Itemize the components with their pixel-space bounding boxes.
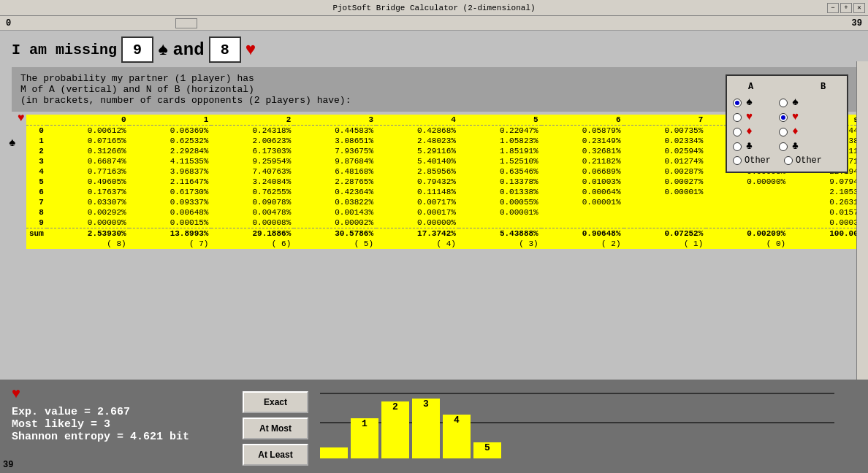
header-prefix: I am missing: [12, 42, 117, 58]
suit-row-club: ♣ ♣: [733, 140, 841, 153]
exp-value-text: Exp. value = 2.667: [12, 406, 231, 418]
scroll-thumb[interactable]: [175, 18, 197, 28]
scroll-left-num: 0: [6, 18, 11, 28]
entropy-text: Shannon entropy = 4.621 bit: [12, 431, 231, 443]
suit-b-icon: ♥: [245, 40, 256, 60]
radio-b-spade[interactable]: [779, 99, 788, 107]
radio-a-diamond[interactable]: [733, 128, 742, 136]
card-b-input[interactable]: 8: [209, 36, 241, 63]
window-title: PjotSoft Bridge Calculator (2-dimensiona…: [332, 4, 535, 12]
radio-a-heart[interactable]: [733, 113, 742, 122]
bottom-left-number: 39: [3, 460, 13, 470]
exact-button[interactable]: Exact: [243, 391, 308, 413]
chart-area: 1 2 3 4 5: [320, 385, 856, 466]
suit-row-diamond: ♦ ♦: [733, 126, 841, 138]
card-selector-box: A B ♠ ♠ ♥ ♥ ♦ ♦: [726, 74, 848, 173]
description-line2: M of A (vertical) and N of B (horizontal…: [20, 84, 848, 95]
club-icon-b: ♣: [792, 140, 799, 153]
club-icon-a: ♣: [746, 140, 753, 153]
spade-icon-b: ♠: [792, 96, 799, 109]
table-row: 80.00292%0.00648%0.00478%0.00143%0.00017…: [26, 207, 868, 218]
radio-a-club[interactable]: [733, 142, 742, 151]
table-row: 50.49605%2.11647%3.24084%2.28765%0.79432…: [26, 177, 868, 187]
card-a-input[interactable]: 9: [121, 36, 153, 63]
heart-icon-b: ♥: [792, 111, 799, 123]
suit-row-spade: ♠ ♠: [733, 96, 841, 109]
heart-suit-header: ♥: [18, 112, 25, 125]
most-likely-text: Most likely = 3: [12, 418, 231, 431]
radio-b-diamond[interactable]: [779, 128, 788, 136]
chart-bar-1: 1: [351, 418, 378, 458]
radio-a-other[interactable]: [733, 156, 742, 165]
spade-icon-a: ♠: [746, 96, 753, 109]
other-label-a: Other: [745, 155, 771, 166]
col-b-label: B: [821, 82, 826, 92]
scroll-right-num: 39: [852, 18, 862, 28]
radio-b-other[interactable]: [784, 156, 793, 165]
table-row: 60.17637%0.61730%0.76255%0.42364%0.11148…: [26, 187, 868, 197]
table-sum-row: sum2.53930%13.8993%29.1886%30.5786%17.37…: [26, 228, 868, 239]
bottom-panel: ♥ Exp. value = 2.667 Most likely = 3 Sha…: [0, 380, 868, 473]
top-scrollbar[interactable]: 0 39: [0, 16, 868, 31]
diamond-icon-b: ♦: [792, 126, 799, 138]
table-brackets-row: ( 8)( 7)( 6)( 5)( 4)( 3)( 2)( 1)( 0): [26, 239, 868, 249]
radio-a-spade[interactable]: [733, 99, 742, 107]
suit-row-heart: ♥ ♥: [733, 111, 841, 123]
radio-b-club[interactable]: [779, 142, 788, 151]
and-text: and: [172, 40, 204, 60]
bottom-heart-icon: ♥: [12, 385, 20, 402]
chart-bar-0: [320, 447, 348, 458]
title-bar: PjotSoft Bridge Calculator (2-dimensiona…: [0, 0, 868, 16]
description-line3: (in brackets, number of cards opponents …: [20, 95, 848, 106]
heart-icon-a: ♥: [746, 111, 753, 123]
card-selector-panel: A B ♠ ♠ ♥ ♥ ♦ ♦: [726, 74, 853, 173]
radio-b-heart[interactable]: [779, 113, 788, 122]
at-least-button[interactable]: At Least: [243, 444, 308, 466]
minimize-button[interactable]: −: [827, 3, 839, 13]
col-a-label: A: [748, 82, 753, 92]
chart-bar-3: 3: [412, 399, 440, 458]
maximize-button[interactable]: +: [840, 3, 852, 13]
at-most-button[interactable]: At Most: [243, 418, 308, 439]
chart-bars: 1 2 3 4 5: [320, 393, 501, 458]
right-scrollbar[interactable]: [856, 61, 868, 380]
table-row: 70.03307%0.09337%0.09078%0.03822%0.00717…: [26, 197, 868, 207]
chart-bar-4: 4: [443, 415, 471, 458]
diamond-icon-a: ♦: [746, 126, 753, 138]
description-line1: The probability my partner (1 player) ha…: [20, 73, 848, 84]
missing-cards-header: I am missing 9 ♠ and 8 ♥: [6, 34, 862, 66]
table-row: 90.00009%0.00015%0.00008%0.00002%0.00000…: [26, 218, 868, 228]
other-label-b: Other: [796, 155, 822, 166]
close-button[interactable]: ✕: [853, 3, 865, 13]
chart-bar-5: 5: [473, 442, 501, 458]
chart-bar-2: 2: [381, 401, 409, 458]
spade-suit-header: ♠: [9, 136, 16, 150]
suit-a-icon: ♠: [158, 40, 168, 60]
